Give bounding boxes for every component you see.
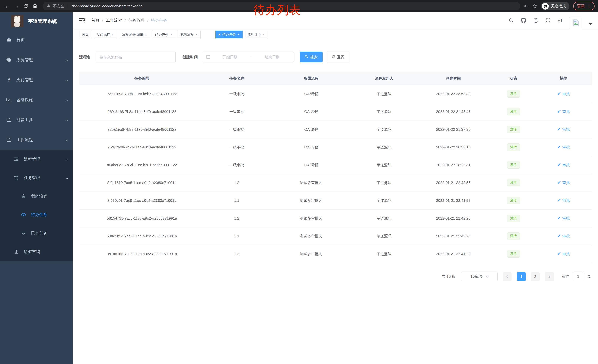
sidebar-item-label: 流程管理 <box>24 156 40 162</box>
tab-start-process[interactable]: 发起流程 × <box>93 31 117 38</box>
breadcrumb-home[interactable]: 首页 <box>91 18 100 23</box>
tab-close-icon[interactable]: × <box>112 33 114 36</box>
breadcrumb-workflow[interactable]: 工作流程 <box>106 18 122 23</box>
table-row: 75d72608-7b7f-11ec-a3c8-acde48001122 一级审… <box>79 138 592 156</box>
update-label: 更新 <box>577 4 585 9</box>
tab-close-icon[interactable]: × <box>238 33 240 36</box>
sidebar-item-leave-query[interactable]: 请假查询 <box>0 243 73 261</box>
fullscreen-icon[interactable] <box>546 18 551 23</box>
sidebar-item-home[interactable]: 首页 <box>0 30 73 50</box>
sidebar-item-workflow[interactable]: 工作流程 <box>0 130 73 150</box>
browser-home-icon[interactable] <box>31 2 39 10</box>
browser-back-icon[interactable]: ← <box>3 2 11 10</box>
cell-actions: 审批 <box>535 192 592 209</box>
sidebar-item-task-management[interactable]: 任务管理 <box>0 169 73 187</box>
date-range-picker[interactable]: - <box>203 52 294 62</box>
search-icon[interactable] <box>508 18 514 23</box>
approve-button[interactable]: 审批 <box>557 145 570 150</box>
page-button-1[interactable]: 1 <box>517 272 526 281</box>
approve-button[interactable]: 审批 <box>557 180 570 185</box>
chevron-down-icon <box>65 58 68 61</box>
cell-status: 激活 <box>492 85 535 103</box>
goto-page-input[interactable] <box>572 272 584 281</box>
col-created: 创建时间 <box>415 72 492 85</box>
avatar[interactable] <box>570 17 582 29</box>
eye-icon <box>21 212 26 217</box>
cell-starter: 芋道源码 <box>353 121 415 138</box>
browser-forward-icon[interactable]: → <box>13 2 20 10</box>
tab-my-process[interactable]: 我的流程 × <box>177 31 201 38</box>
sidebar-item-dev-tools[interactable]: 研发工具 <box>0 110 73 130</box>
approve-button[interactable]: 审批 <box>557 234 570 239</box>
next-page-button[interactable]: › <box>545 272 554 281</box>
tab-form-edit[interactable]: 流程表单-编辑 × <box>119 31 150 38</box>
page-size-value: 10条/页 <box>471 274 483 279</box>
tab-todo-tasks[interactable]: 待办任务 × <box>216 31 243 38</box>
goto-label: 前往 <box>562 274 569 279</box>
sidebar-item-process-management[interactable]: 流程管理 <box>0 150 73 169</box>
tab-home[interactable]: 首页 <box>79 31 92 38</box>
password-key-icon[interactable] <box>524 4 529 8</box>
page-button-2[interactable]: 2 <box>531 272 540 281</box>
reset-button[interactable]: 重置 <box>327 52 349 62</box>
address-bar[interactable]: 不安全 dashboard.yudao.iocoder.cn/bpm/task/… <box>43 2 520 10</box>
cell-actions: 审批 <box>535 209 592 227</box>
tab-close-icon[interactable]: × <box>145 33 147 36</box>
start-date-input[interactable] <box>211 55 249 59</box>
browser-reload-icon[interactable] <box>22 2 30 10</box>
approve-button[interactable]: 审批 <box>557 91 570 97</box>
breadcrumb-task-management[interactable]: 任务管理 <box>128 18 145 23</box>
approve-button[interactable]: 审批 <box>557 162 570 168</box>
user-face-icon <box>21 194 26 199</box>
sidebar-item-my-process[interactable]: 我的流程 <box>0 187 73 205</box>
sidebar-item-payment[interactable]: ¥ 支付管理 <box>0 70 73 90</box>
approve-button[interactable]: 审批 <box>557 216 570 221</box>
cell-actions: 审批 <box>535 227 592 245</box>
github-icon[interactable] <box>521 18 526 23</box>
search-button[interactable]: 搜索 <box>300 52 323 62</box>
status-badge: 激活 <box>507 144 520 151</box>
cell-task-id: 58154733-7ac8-11ec-a9e2-a2380e71991a <box>79 209 205 227</box>
cell-created: 2022-01-22 21:37:30 <box>415 121 492 138</box>
avatar-caret-icon[interactable] <box>589 23 592 25</box>
help-icon[interactable]: ? <box>533 18 539 23</box>
page-size-select[interactable]: 10条/页 <box>461 272 498 281</box>
briefcase-icon <box>6 138 12 143</box>
browser-menu-dots-icon[interactable]: ⋮ <box>587 4 591 8</box>
approve-button[interactable]: 审批 <box>557 127 570 132</box>
approve-button[interactable]: 审批 <box>557 251 570 256</box>
cell-process: 测试多审批人 <box>269 227 353 245</box>
app-logo-row[interactable]: 芋道管理系统 <box>0 12 73 30</box>
cell-process: OA 请假 <box>269 85 353 103</box>
browser-update-button[interactable]: 更新 ⋮ <box>573 2 595 10</box>
approve-button[interactable]: 审批 <box>557 109 570 114</box>
sidebar-item-system[interactable]: 系统管理 <box>0 50 73 70</box>
prev-page-button[interactable]: ‹ <box>503 272 512 281</box>
tab-label: 首页 <box>82 32 89 37</box>
cell-created: 2022-01-22 20:33:10 <box>415 138 492 156</box>
tab-close-icon[interactable]: × <box>263 33 265 36</box>
cell-process: 测试多审批人 <box>269 209 353 227</box>
font-size-icon[interactable]: TT <box>558 18 563 23</box>
approve-button[interactable]: 审批 <box>557 198 570 203</box>
app-logo-image <box>11 15 23 27</box>
end-date-input[interactable] <box>253 55 291 59</box>
edit-pencil-icon <box>557 163 561 167</box>
dashboard-icon <box>6 37 12 43</box>
approve-label: 审批 <box>562 109 570 114</box>
sidebar-item-done-tasks[interactable]: 已办任务 <box>0 224 73 243</box>
sidebar-item-todo-tasks[interactable]: 待办任务 <box>0 205 73 224</box>
tabs-bar: 首页 发起流程 × 流程表单-编辑 × 已办任务 × 我的流程 × <box>73 29 598 40</box>
cell-task-name: 1.1 <box>205 227 269 245</box>
process-name-input[interactable] <box>96 52 176 62</box>
sidebar-item-infrastructure[interactable]: 基础设施 <box>0 90 73 110</box>
tab-close-icon[interactable]: × <box>170 33 172 36</box>
tab-done-tasks[interactable]: 已办任务 × <box>152 31 175 38</box>
tab-close-icon[interactable]: × <box>196 33 198 36</box>
tab-process-detail[interactable]: 流程详情 × <box>245 31 268 38</box>
sidebar-collapse-icon[interactable] <box>79 18 85 23</box>
omnibox-divider <box>68 4 68 8</box>
approve-label: 审批 <box>562 216 570 221</box>
bookmark-star-icon[interactable] <box>532 4 537 8</box>
chevron-down-icon <box>65 79 68 81</box>
